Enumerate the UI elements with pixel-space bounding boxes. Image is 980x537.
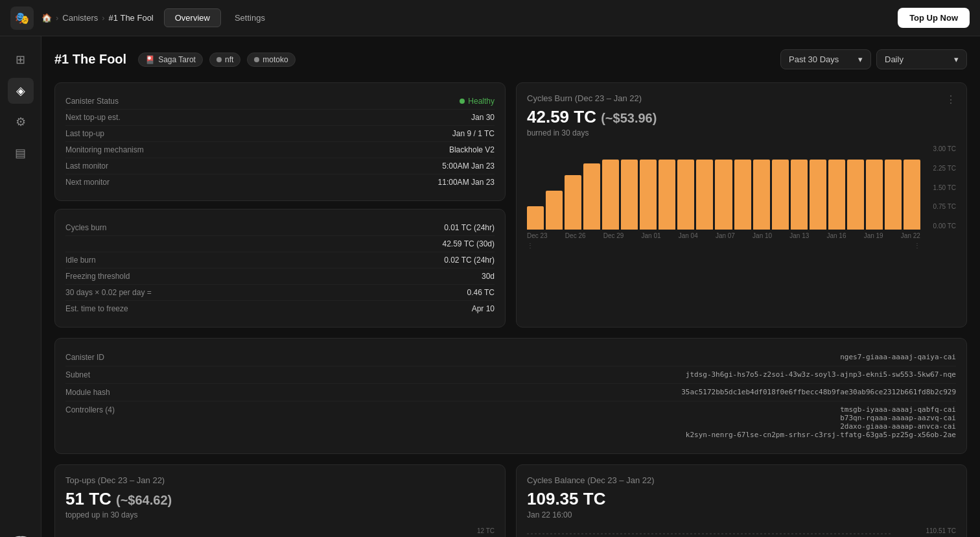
balance-svg — [527, 527, 956, 537]
cycles-burn-x-labels: Dec 23 Dec 26 Dec 29 Jan 01 Jan 04 Jan 0… — [527, 232, 956, 239]
cycles-value-idle: 0.02 TC (24hr) — [444, 256, 495, 265]
cycles-burn-subtitle: burned in 30 days — [527, 128, 657, 137]
cycles-burn-menu[interactable]: ⋮ — [946, 93, 956, 106]
granularity-select[interactable]: Daily ▾ — [876, 49, 967, 69]
id-value-canisterid: nges7-giaaa-aaaaj-qaiya-cai — [840, 353, 956, 361]
burn-chart-bottom-menu: ⋮ ⋮ — [527, 242, 956, 249]
header-filters: Past 30 Days ▾ Daily ▾ — [780, 49, 967, 69]
status-label-status: Canister Status — [65, 97, 119, 106]
status-row-nextup: Next top-up est. Jan 30 — [65, 110, 495, 126]
status-value-nextmon: 11:00AM Jan 23 — [438, 178, 495, 187]
topbar-right: Top Up Now — [898, 8, 970, 28]
cycles-row-idle: Idle burn 0.02 TC (24hr) — [65, 252, 495, 268]
sidebar-icon-book[interactable]: 📖 — [8, 528, 34, 537]
period-chevron: ▾ — [858, 54, 863, 64]
sidebar-icon-box[interactable]: ◈ — [8, 78, 34, 104]
breadcrumb-canisters[interactable]: Canisters — [62, 13, 98, 23]
id-row-subnet: Subnet jtdsg-3h6gi-hs7o5-z2soi-43w3z-soy… — [65, 366, 956, 384]
bar-item — [828, 160, 845, 230]
cycles-burn-usd: (~$53.96) — [601, 111, 657, 125]
status-value-mechanism: Blackhole V2 — [449, 145, 495, 154]
bar-item — [677, 160, 694, 230]
bar-item — [527, 206, 544, 230]
cycles-label-calc: 30 days × 0.02 per day = — [65, 288, 152, 297]
status-label-lastup: Last top-up — [65, 129, 104, 138]
sidebar: ⊞ ◈ ⚙ ▤ 📖 🌐 ✉ 🎭 — [0, 36, 41, 537]
burn-chart-menu-left[interactable]: ⋮ — [527, 242, 533, 249]
status-value-lastmon: 5:00AM Jan 23 — [442, 161, 495, 171]
healthy-dot — [460, 99, 465, 104]
bar-item — [734, 160, 751, 230]
bottom-charts-row: Top-ups (Dec 23 – Jan 22) 51 TC (~$64.62… — [54, 464, 967, 537]
cycles-value-calc: 0.46 TC — [467, 288, 495, 297]
cycles-row-calc: 30 days × 0.02 per day = 0.46 TC — [65, 285, 495, 301]
motoko-label: motoko — [262, 55, 288, 64]
id-row-hash: Module hash 35ac5172bb5dc1eb4df018f0e6ff… — [65, 384, 956, 401]
topups-card: Top-ups (Dec 23 – Jan 22) 51 TC (~$64.62… — [54, 464, 506, 537]
bar-item — [772, 160, 789, 230]
cycles-value-freeze: 30d — [482, 272, 495, 281]
topups-chart: 12 TC 9 TC 6 TC 3 TC 0 TC Dec 23 Dec 26 … — [65, 527, 495, 537]
sidebar-icon-card[interactable]: ▤ — [8, 140, 34, 166]
id-label-subnet: Subnet — [65, 370, 137, 379]
cycles-balance-card: Cycles Balance (Dec 23 – Jan 22) 109.35 … — [516, 464, 967, 537]
saga-label: Saga Tarot — [158, 55, 196, 64]
tag-saga: 🎴 Saga Tarot — [138, 53, 203, 67]
status-value-healthy: Healthy — [460, 97, 495, 106]
tab-overview[interactable]: Overview — [164, 8, 221, 27]
cycles-row-est: Est. time to freeze Apr 10 — [65, 301, 495, 316]
breadcrumb-current: #1 The Fool — [109, 13, 154, 23]
bar-item — [753, 160, 770, 230]
tab-settings[interactable]: Settings — [224, 8, 276, 27]
balance-big-value: 109.35 TC — [527, 489, 655, 509]
cycles-row-burn24: Cycles burn 0.01 TC (24hr) — [65, 220, 495, 236]
status-row-lastup: Last top-up Jan 9 / 1 TC — [65, 126, 495, 142]
bar-chart-bars — [527, 145, 956, 230]
tag-motoko: motoko — [247, 53, 295, 67]
saga-icon: 🎴 — [145, 55, 155, 64]
breadcrumb-home[interactable]: 🏠 — [41, 13, 52, 23]
balance-y-labels: 110.51 TC 105.12 TC 102.12 TC 99.12 TC — [926, 527, 956, 537]
bar-item — [791, 160, 808, 230]
status-label-nextmon: Next monitor — [65, 178, 110, 187]
cycles-burn-y-labels: 3.00 TC 2.25 TC 1.50 TC 0.75 TC 0.00 TC — [933, 145, 956, 230]
topup-button[interactable]: Top Up Now — [898, 8, 970, 28]
cycles-label-est: Est. time to freeze — [65, 304, 128, 313]
id-row-controllers: Controllers (4) tmsgb-iyaaa-aaaaj-qabfq-… — [65, 401, 956, 443]
nft-dot — [216, 57, 222, 62]
bar-item — [866, 160, 883, 230]
app-logo[interactable]: 🎭 — [10, 6, 34, 30]
id-value-hash: 35ac5172bb5dc1eb4df018f0e6ffbecc48b9fae3… — [681, 388, 956, 396]
cycles-value-est: Apr 10 — [472, 304, 495, 313]
bar-item — [904, 160, 920, 230]
period-label: Past 30 Days — [789, 54, 839, 64]
status-value-lastup: Jan 9 / 1 TC — [452, 129, 495, 138]
granularity-label: Daily — [885, 54, 904, 64]
cycles-label-burn: Cycles burn — [65, 223, 106, 232]
breadcrumb-sep2: › — [102, 13, 104, 23]
bar-item — [546, 191, 563, 230]
bar-item — [847, 160, 864, 230]
topup-bars — [65, 527, 495, 537]
bar-item — [565, 175, 581, 230]
id-label-hash: Module hash — [65, 388, 137, 397]
cycles-value-burn30: 42.59 TC (30d) — [443, 239, 495, 248]
id-label-canisterid: Canister ID — [65, 353, 137, 362]
topups-subtitle: topped up in 30 days — [65, 510, 495, 519]
sidebar-icon-gear[interactable]: ⚙ — [8, 109, 34, 135]
tag-nft: nft — [209, 53, 240, 67]
bar-item — [583, 163, 600, 230]
breadcrumb: 🏠 › Canisters › #1 The Fool — [41, 13, 154, 23]
breadcrumb-sep1: › — [56, 13, 58, 23]
status-label-lastmon: Last monitor — [65, 161, 108, 171]
burn-chart-menu-right[interactable]: ⋮ — [914, 242, 920, 249]
status-row-status: Canister Status Healthy — [65, 93, 495, 110]
motoko-dot — [254, 57, 259, 62]
topups-big-value: 51 TC (~$64.62) — [65, 489, 495, 509]
topups-y-labels: 12 TC 9 TC 6 TC 3 TC 0 TC — [477, 527, 495, 537]
status-row-lastmon: Last monitor 5:00AM Jan 23 — [65, 158, 495, 174]
nft-label: nft — [225, 55, 233, 64]
bar-item — [715, 160, 732, 230]
period-select[interactable]: Past 30 Days ▾ — [780, 49, 871, 69]
sidebar-icon-grid[interactable]: ⊞ — [8, 47, 34, 73]
